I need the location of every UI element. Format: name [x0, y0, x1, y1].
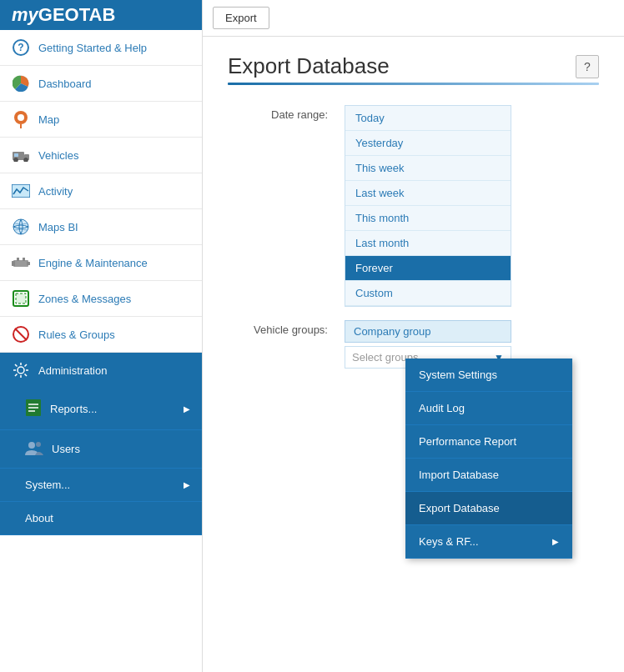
- svg-point-18: [18, 367, 24, 374]
- page-header: Export Database ?: [228, 53, 599, 79]
- svg-point-5: [14, 158, 18, 163]
- date-option-today[interactable]: Today: [345, 106, 511, 131]
- keys-rf-chevron-icon: ▶: [552, 537, 559, 546]
- date-option-this-week[interactable]: This week: [345, 156, 511, 181]
- vehicle-groups-label: Vehicle groups:: [228, 320, 345, 336]
- truck-icon: [12, 146, 30, 164]
- sidebar: myGEOTAB ? Getting Started & Help Dashbo…: [0, 0, 203, 672]
- page-title: Export Database: [228, 53, 576, 79]
- date-option-yesterday[interactable]: Yesterday: [345, 131, 511, 156]
- date-range-row: Date range: Today Yesterday This week La…: [228, 105, 599, 307]
- submenu-system[interactable]: System... ▶: [0, 469, 202, 502]
- date-range-label: Date range:: [228, 105, 345, 121]
- logo-area: myGEOTAB: [0, 0, 202, 30]
- pie-icon: [12, 74, 30, 93]
- svg-point-24: [36, 442, 41, 447]
- sidebar-item-rules-groups[interactable]: Rules & Groups: [0, 317, 202, 353]
- system-submenu-popup: System Settings Audit Log Performance Re…: [405, 359, 572, 559]
- engine-icon: [12, 253, 30, 272]
- sidebar-item-activity[interactable]: Activity: [0, 173, 202, 209]
- toolbar: Export: [203, 0, 624, 37]
- date-range-list: Today Yesterday This week Last week This…: [345, 105, 511, 307]
- submenu-users[interactable]: Users: [0, 430, 202, 469]
- date-option-last-week[interactable]: Last week: [345, 181, 511, 206]
- date-option-last-month[interactable]: Last month: [345, 231, 511, 256]
- page-divider: [228, 83, 599, 85]
- activity-icon: [12, 182, 30, 200]
- date-option-this-month[interactable]: This month: [345, 206, 511, 231]
- submenu-about[interactable]: About: [0, 502, 202, 535]
- sidebar-item-zones-messages[interactable]: Zones & Messages: [0, 281, 202, 317]
- svg-rect-12: [17, 258, 19, 261]
- gear-icon: [12, 361, 30, 379]
- svg-rect-10: [13, 260, 28, 267]
- sidebar-item-map[interactable]: Map: [0, 102, 202, 138]
- svg-point-9: [13, 219, 28, 234]
- sidebar-item-getting-started[interactable]: ? Getting Started & Help: [0, 30, 202, 66]
- submenu-reports[interactable]: Reports... ▶: [0, 389, 202, 430]
- chevron-right-icon: ▶: [184, 404, 190, 414]
- sys-item-export-database[interactable]: Export Database: [405, 492, 572, 525]
- company-group-tag: Company group: [345, 320, 511, 343]
- date-option-custom[interactable]: Custom: [345, 281, 511, 306]
- logo: myGEOTAB: [12, 4, 115, 26]
- svg-rect-13: [23, 258, 25, 261]
- sys-item-import-database[interactable]: Import Database: [405, 459, 572, 492]
- main-content: Export Export Database ? Date range: Tod…: [203, 0, 624, 672]
- svg-rect-11: [12, 261, 15, 266]
- globe-icon: [12, 218, 30, 236]
- svg-point-2: [18, 114, 24, 121]
- admin-submenu: Reports... ▶ Users System... ▶ About: [0, 389, 202, 535]
- sys-item-performance-report[interactable]: Performance Report: [405, 425, 572, 459]
- sidebar-item-engine-maintenance[interactable]: Engine & Maintenance: [0, 245, 202, 281]
- svg-rect-7: [14, 153, 18, 157]
- sys-item-system-settings[interactable]: System Settings: [405, 359, 572, 392]
- sidebar-item-dashboard[interactable]: Dashboard: [0, 66, 202, 102]
- zones-icon: [12, 289, 30, 308]
- export-button[interactable]: Export: [213, 7, 269, 29]
- rules-icon: [12, 325, 30, 344]
- sidebar-item-vehicles[interactable]: Vehicles: [0, 138, 202, 173]
- question-icon: ?: [12, 38, 30, 57]
- svg-point-6: [24, 158, 28, 163]
- sidebar-item-maps-bi[interactable]: Maps BI: [0, 209, 202, 245]
- sys-item-keys-rf[interactable]: Keys & RF... ▶: [405, 525, 572, 559]
- sidebar-item-administration[interactable]: Administration: [0, 353, 202, 389]
- map-pin-icon: [12, 110, 30, 128]
- sys-item-audit-log[interactable]: Audit Log: [405, 392, 572, 425]
- svg-line-17: [15, 328, 27, 340]
- system-chevron-icon: ▶: [184, 480, 190, 489]
- date-option-forever[interactable]: Forever: [345, 256, 511, 281]
- svg-point-23: [28, 442, 35, 449]
- help-button[interactable]: ?: [576, 55, 599, 78]
- reports-icon: [25, 399, 42, 419]
- content-area: Export Database ? Date range: Today Yest…: [203, 37, 624, 672]
- svg-rect-14: [27, 262, 30, 265]
- users-icon: [25, 440, 43, 458]
